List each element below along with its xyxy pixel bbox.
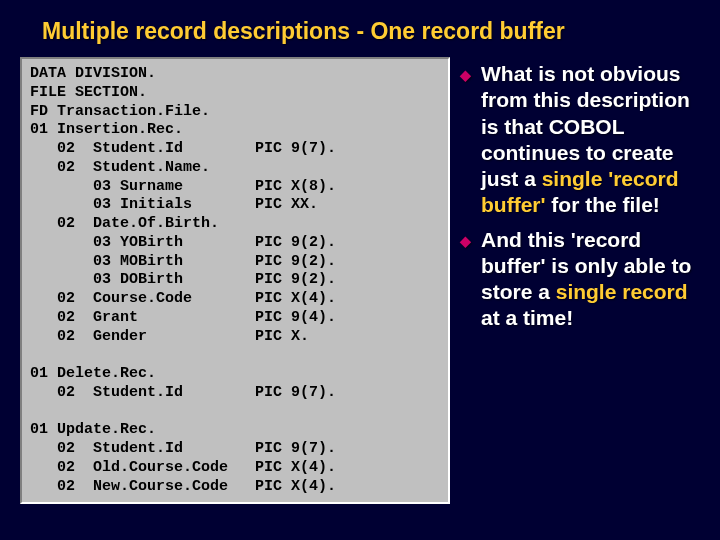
diamond-icon: ◆ (460, 233, 471, 332)
bullet-text: And this 'record buffer' is only able to… (481, 227, 704, 332)
bullet-item: ◆ What is not obvious from this descript… (460, 61, 704, 219)
bullet-item: ◆ And this 'record buffer' is only able … (460, 227, 704, 332)
highlight-span: single record (556, 280, 688, 303)
bullet-text: What is not obvious from this descriptio… (481, 61, 704, 219)
code-block: DATA DIVISION. FILE SECTION. FD Transact… (20, 57, 450, 504)
diamond-icon: ◆ (460, 67, 471, 219)
content-row: DATA DIVISION. FILE SECTION. FD Transact… (0, 57, 720, 504)
bullet-list: ◆ What is not obvious from this descript… (450, 57, 710, 504)
text-span: for the file! (546, 193, 660, 216)
text-span: at a time! (481, 306, 573, 329)
slide-title: Multiple record descriptions - One recor… (0, 0, 720, 57)
